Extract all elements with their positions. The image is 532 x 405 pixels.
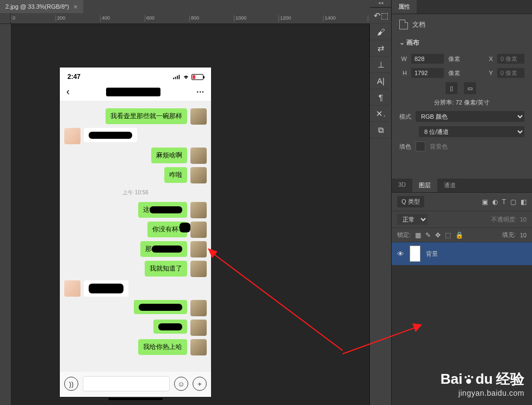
fill-label: 填色: [399, 143, 411, 151]
tool-dock: ◂◂ ↶⬚ 🖌 ⇄ ⊥ A| ¶ ✕. ⧉: [370, 0, 392, 405]
mode-select[interactable]: RGB 颜色: [416, 111, 524, 122]
bits-select[interactable]: 8 位/通道: [419, 126, 524, 137]
portrait-icon[interactable]: ▯: [446, 82, 457, 94]
plus-icon[interactable]: +: [193, 377, 207, 391]
back-icon[interactable]: ‹: [66, 86, 70, 97]
layer-background[interactable]: 👁 背景: [392, 242, 532, 265]
tab-3d[interactable]: 3D: [392, 179, 412, 192]
document-icon: [399, 20, 408, 29]
svg-rect-2: [177, 76, 178, 79]
paragraph-icon[interactable]: ¶: [370, 89, 392, 106]
x-input[interactable]: [497, 54, 524, 64]
text-filter-icon[interactable]: T: [502, 198, 506, 206]
timestamp: 上午 10:56: [60, 189, 211, 197]
lock-pixels-icon[interactable]: ▦: [415, 231, 421, 239]
h-unit: 像素: [448, 69, 460, 77]
msg-out: 这: [138, 202, 187, 218]
fill-value: 背景色: [430, 143, 448, 151]
h-label: H: [399, 70, 407, 76]
layer-filter[interactable]: Q 类型: [397, 196, 424, 207]
blend-mode-select[interactable]: 正常: [397, 214, 428, 225]
avatar: [190, 320, 207, 336]
canvas-area[interactable]: 2:47 ‹ ··· 我看壶里那些就一碗那样 麻烦啥啊 咋啦 上午 10:56 …: [0, 24, 370, 405]
svg-rect-1: [175, 77, 176, 79]
msg-out: 我给你热上哈: [138, 339, 187, 355]
brush-icon[interactable]: 🖌: [370, 24, 392, 40]
w-unit: 像素: [448, 55, 460, 63]
height-input[interactable]: [411, 68, 444, 78]
doc-label: 文档: [412, 20, 425, 29]
avatar: [190, 148, 207, 164]
msg-out: 那: [140, 241, 187, 257]
close-icon[interactable]: ×: [73, 3, 78, 11]
image-filter-icon[interactable]: ▣: [482, 198, 488, 206]
home-indicator: [108, 398, 163, 400]
phone-mockup: 2:47 ‹ ··· 我看壶里那些就一碗那样 麻烦啥啊 咋啦 上午 10:56 …: [60, 68, 211, 397]
opacity-value[interactable]: 10: [520, 216, 527, 223]
layer-thumbnail: [410, 246, 420, 262]
opacity-label: 不透明度:: [491, 216, 517, 224]
resolution-label: 分辨率: 72 像素/英寸: [434, 99, 489, 107]
msg-out: [134, 300, 187, 314]
msg-out: 咋啦: [164, 167, 187, 183]
tab-title: 2.jpg @ 33.3%(RGB/8*): [5, 3, 69, 10]
landscape-icon[interactable]: ▭: [464, 82, 476, 94]
status-time: 2:47: [67, 73, 81, 81]
msg-out: 麻烦啥啊: [151, 148, 187, 163]
y-input[interactable]: [497, 68, 524, 78]
fill-swatch[interactable]: [416, 142, 425, 151]
voice-icon[interactable]: )): [64, 377, 78, 391]
msg-out: 我就知道了: [145, 261, 187, 277]
status-icons: [173, 73, 203, 81]
watermark: Bai du 经验 jingyan.baidu.com: [441, 370, 524, 397]
emoji-icon[interactable]: ☺: [174, 377, 188, 391]
fill-value[interactable]: 10: [520, 232, 527, 238]
shape-filter-icon[interactable]: ▢: [510, 198, 516, 206]
tab-layers[interactable]: 图层: [412, 179, 437, 192]
svg-line-4: [213, 254, 343, 351]
avatar: [190, 222, 207, 238]
msg-out: 你没有杯?: [147, 222, 187, 237]
canvas-section[interactable]: 画布: [392, 35, 532, 51]
svg-rect-3: [179, 75, 180, 79]
more-icon[interactable]: ···: [196, 88, 205, 96]
collapse-icon[interactable]: ◂◂: [370, 0, 391, 8]
avatar: [190, 261, 207, 277]
type-icon[interactable]: A|: [370, 73, 392, 89]
message-input[interactable]: [83, 376, 170, 391]
avatar: [190, 339, 207, 355]
history-icon[interactable]: ↶⬚: [370, 8, 392, 24]
paw-icon: [463, 375, 474, 384]
annotation-arrow: [207, 247, 348, 356]
lock-position-icon[interactable]: ✥: [435, 231, 441, 239]
chat-body: 我看壶里那些就一碗那样 麻烦啥啊 咋啦 上午 10:56 这 你没有杯? 那 我…: [60, 101, 211, 372]
msg-in: [84, 280, 128, 297]
svg-rect-0: [173, 78, 174, 79]
lock-artboard-icon[interactable]: ⬚: [445, 231, 451, 239]
wrench-icon[interactable]: ✕.: [370, 106, 392, 122]
adjust-icon[interactable]: ⇄: [370, 40, 392, 57]
adjustment-filter-icon[interactable]: ◐: [492, 198, 498, 206]
avatar: [190, 300, 207, 316]
tab-properties[interactable]: 属性: [392, 0, 417, 14]
fill-label: 填充:: [502, 231, 516, 239]
chat-title-redacted: [106, 88, 160, 96]
tab-channels[interactable]: 通道: [437, 179, 462, 192]
document-tab[interactable]: 2.jpg @ 33.3%(RGB/8*) ×: [0, 0, 83, 13]
smart-filter-icon[interactable]: ◧: [521, 198, 527, 206]
visibility-icon[interactable]: 👁: [397, 250, 404, 258]
width-input[interactable]: [411, 54, 444, 64]
layer-name: 背景: [426, 250, 438, 258]
lock-all-icon[interactable]: 🔒: [455, 231, 463, 239]
lock-brush-icon[interactable]: ✎: [425, 231, 431, 239]
mode-label: 模式: [399, 113, 411, 121]
msg-out: 我看壶里那些就一碗那样: [106, 108, 187, 124]
avatar: [64, 280, 81, 297]
clone-icon[interactable]: ⊥: [370, 57, 392, 73]
input-bar: )) ☺ +: [60, 372, 211, 396]
avatar: [64, 128, 81, 144]
wifi-icon: [182, 74, 190, 79]
y-label: Y: [485, 70, 493, 76]
msg-out: [153, 320, 187, 334]
copy-icon[interactable]: ⧉: [370, 122, 392, 138]
